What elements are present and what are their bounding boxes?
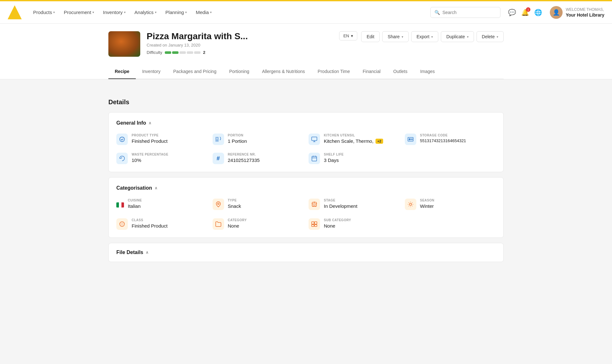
product-title: Pizza Margarita with S... [147, 31, 333, 41]
categorisation-header[interactable]: Categorisation ∧ [116, 185, 496, 191]
stage-icon [309, 199, 320, 210]
product-type-value: Finished Product [132, 138, 168, 144]
info-storage-code: STORAGE CODE 55131743213164654321 [405, 134, 496, 145]
portion-label: PORTION [228, 134, 247, 137]
waste-percentage-icon [116, 153, 128, 164]
difficulty-label: Difficulty [147, 50, 162, 55]
difficulty-value: 2 [203, 50, 205, 55]
general-info-header[interactable]: General Info ∧ [116, 120, 496, 126]
search-input[interactable] [442, 10, 496, 15]
general-info-grid: PRODUCT TYPE Finished Product PORTION 1 … [116, 134, 496, 164]
class-icon [116, 218, 128, 230]
storage-code-value: 55131743213164654321 [420, 138, 466, 143]
nav-procurement[interactable]: Procurement ▾ [60, 7, 98, 18]
duplicate-button[interactable]: Duplicate ▾ [441, 31, 474, 42]
svg-rect-3 [312, 156, 317, 161]
tab-inventory[interactable]: Inventory [136, 64, 167, 79]
search-icon: 🔍 [434, 10, 440, 15]
categorisation-card: Categorisation ∧ CUISINE Italian [108, 177, 504, 238]
file-details-card: File Details ∧ [108, 243, 504, 262]
kitchen-utensil-label: KITCHEN UTENSIL [324, 134, 383, 137]
chevron-down-icon: ▾ [155, 11, 157, 14]
tab-financial[interactable]: Financial [356, 64, 387, 79]
info-sub-category: SUB CATEGORY None [309, 218, 400, 230]
info-shelf-life: SHELF LIFE 3 Days [309, 153, 400, 164]
info-kitchen-utensil: KITCHEN UTENSIL Kitchen Scale, Thermo, +… [309, 134, 400, 145]
nav-planning[interactable]: Planning ▾ [162, 7, 191, 18]
product-header: Pizza Margarita with S... Created on Jan… [108, 31, 504, 57]
categorisation-title: Categorisation [116, 185, 152, 191]
info-class: CLASS Finished Product [116, 218, 208, 230]
diff-seg-1 [165, 51, 171, 54]
chevron-down-icon: ▾ [92, 11, 94, 14]
tab-recipe[interactable]: Recipe [108, 64, 136, 79]
nav-media[interactable]: Media ▾ [192, 7, 215, 18]
tab-images[interactable]: Images [414, 64, 441, 79]
globe-icon[interactable]: 🌐 [534, 9, 542, 16]
collapse-icon: ∧ [155, 186, 157, 190]
product-type-label: PRODUCT TYPE [132, 134, 168, 137]
category-value: None [228, 223, 247, 229]
tab-bar: Recipe Inventory Packages and Pricing Po… [108, 64, 504, 79]
product-created: Created on January 13, 2020 [147, 43, 333, 47]
edit-button[interactable]: Edit [361, 31, 380, 42]
product-info: Pizza Margarita with S... Created on Jan… [147, 31, 333, 55]
nav-products[interactable]: Products ▾ [29, 7, 59, 18]
header-icons: 💬 🔔 1 🌐 👤 WELCOME THOMAS, Your Hotel Lib… [508, 6, 604, 19]
kitchen-utensil-icon [309, 134, 320, 145]
stage-value: In Development [324, 203, 357, 209]
chat-icon[interactable]: 💬 [508, 9, 516, 16]
tab-portioning[interactable]: Portioning [223, 64, 256, 79]
user-area[interactable]: 👤 WELCOME THOMAS, Your Hotel Library [550, 6, 604, 19]
svg-rect-10 [315, 222, 317, 224]
general-info-card: General Info ∧ PRODUCT TYPE Fin [108, 112, 504, 172]
season-label: SEASON [420, 199, 434, 202]
difficulty-bar [165, 51, 200, 54]
season-icon [405, 199, 416, 210]
tab-packages-pricing[interactable]: Packages and Pricing [167, 64, 223, 79]
info-reference-nr: # REFERENCE NR. 241025127335 [213, 153, 304, 164]
chevron-down-icon: ▾ [351, 33, 353, 38]
collapse-icon: ∧ [149, 121, 151, 125]
search-box[interactable]: 🔍 [430, 7, 500, 18]
portion-icon [213, 134, 224, 145]
diff-seg-2 [172, 51, 178, 54]
category-icon [213, 218, 224, 230]
chevron-down-icon: ▾ [124, 11, 126, 14]
category-label: CATEGORY [228, 218, 247, 222]
class-value: Finished Product [132, 223, 168, 229]
class-label: CLASS [132, 218, 168, 222]
storage-code-icon [405, 134, 416, 145]
svg-point-8 [121, 223, 123, 225]
tab-allergens[interactable]: Allergens & Nutritions [256, 64, 311, 79]
info-category: CATEGORY None [213, 218, 304, 230]
nav-inventory[interactable]: Inventory ▾ [99, 7, 129, 18]
svg-point-4 [217, 203, 219, 205]
nav-analytics[interactable]: Analytics ▾ [131, 7, 160, 18]
info-stage: STAGE In Development [309, 199, 400, 211]
collapse-icon: ∧ [146, 250, 149, 255]
svg-point-7 [120, 222, 125, 227]
file-details-header[interactable]: File Details ∧ [116, 250, 496, 255]
sub-category-value: None [324, 223, 351, 229]
delete-button[interactable]: Delete ▾ [477, 31, 504, 42]
export-button[interactable]: Export ▾ [411, 31, 438, 42]
tab-outlets[interactable]: Outlets [387, 64, 414, 79]
notification-icon[interactable]: 🔔 1 [521, 9, 529, 16]
sub-category-icon [309, 218, 320, 230]
share-button[interactable]: Share ▾ [382, 31, 408, 42]
svg-point-6 [409, 203, 412, 206]
italy-flag-icon [116, 202, 124, 207]
header: Products ▾ Procurement ▾ Inventory ▾ Ana… [0, 1, 612, 24]
file-details-title: File Details [116, 250, 143, 255]
chevron-down-icon: ▾ [467, 35, 469, 39]
avatar: 👤 [550, 6, 563, 19]
cuisine-label: CUISINE [128, 199, 142, 202]
library-name: Your Hotel Library [566, 12, 604, 18]
logo-icon[interactable] [8, 5, 22, 19]
svg-rect-11 [312, 225, 314, 227]
lang-selector[interactable]: EN ▾ [339, 31, 357, 40]
shelf-life-value: 3 Days [324, 157, 344, 163]
tab-production-time[interactable]: Production Time [311, 64, 356, 79]
type-label: TYPE [228, 199, 241, 202]
